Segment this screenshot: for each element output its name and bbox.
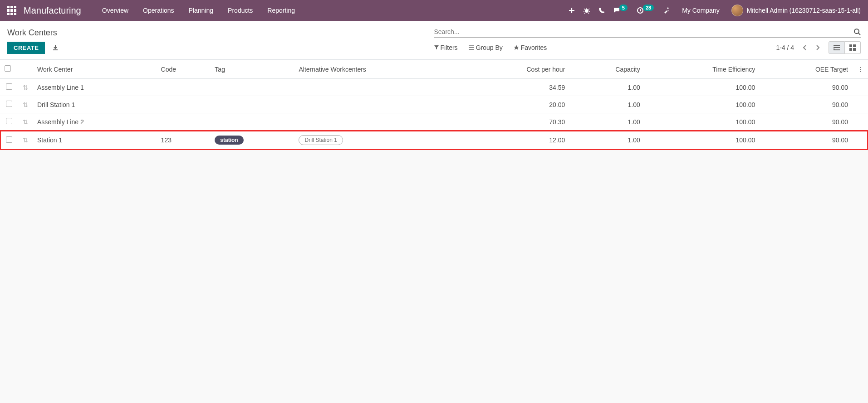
filters-button[interactable]: Filters [434,44,458,51]
cell-tag [210,96,294,113]
cell-oee: 90.00 [760,79,853,96]
nav-planning[interactable]: Planning [181,1,221,19]
drag-handle-icon[interactable]: ⇅ [23,101,28,108]
nav-systray: 5 28 My Company Mitchell Admin (16230712… [569,5,861,16]
cell-eff: 100.00 [645,113,760,131]
search-input[interactable] [434,28,854,35]
svg-point-3 [834,45,834,46]
cell-name: Assembly Line 1 [33,79,157,96]
svg-rect-8 [849,48,852,51]
cell-code [157,96,211,113]
cell-code: 123 [157,131,211,150]
cell-cost: 20.00 [464,96,569,113]
cell-alt [294,113,464,131]
bug-icon[interactable] [583,7,590,14]
cell-alt: Drill Station 1 [294,131,464,150]
messages-badge: 5 [619,5,628,11]
search-icon[interactable] [853,28,861,35]
tools-icon[interactable] [663,7,670,14]
cell-alt [294,96,464,113]
create-button[interactable]: CREATE [7,42,45,54]
breadcrumb: Work Centers [7,26,57,38]
row-checkbox[interactable] [6,136,12,143]
drag-handle-icon[interactable]: ⇅ [23,118,28,126]
col-tag[interactable]: Tag [210,60,294,79]
nav-operations[interactable]: Operations [136,1,181,19]
col-code[interactable]: Code [157,60,211,79]
col-options-icon[interactable]: ⋮ [853,60,868,79]
activities-icon[interactable]: 28 [637,7,655,14]
company-switcher[interactable]: My Company [678,7,723,14]
svg-rect-7 [853,44,856,47]
phone-icon[interactable] [598,7,605,14]
cell-code [157,113,211,131]
col-cost[interactable]: Cost per hour [464,60,569,79]
main-navbar: Manufacturing Overview Operations Planni… [0,0,868,21]
nav-overview[interactable]: Overview [95,1,136,19]
col-name[interactable]: Work Center [33,60,157,79]
svg-point-2 [854,29,859,34]
cell-cost: 34.59 [464,79,569,96]
nav-products[interactable]: Products [221,1,260,19]
col-capacity[interactable]: Capacity [569,60,644,79]
col-oee[interactable]: OEE Target [760,60,853,79]
row-checkbox[interactable] [6,118,12,124]
cell-oee: 90.00 [760,131,853,150]
apps-icon[interactable] [7,6,16,15]
svg-rect-9 [853,48,856,51]
groupby-button[interactable]: Group By [469,44,503,51]
col-eff[interactable]: Time Efficiency [645,60,760,79]
cell-capacity: 1.00 [569,131,644,150]
svg-point-5 [834,49,834,50]
drag-handle-icon[interactable]: ⇅ [23,84,28,91]
favorites-button[interactable]: Favorites [514,44,547,51]
select-all-checkbox[interactable] [5,65,11,72]
pager-prev[interactable] [799,43,810,52]
user-menu[interactable]: Mitchell Admin (16230712-saas-15-1-all) [731,5,861,16]
cell-oee: 90.00 [760,96,853,113]
svg-point-0 [585,9,588,13]
cell-oee: 90.00 [760,113,853,131]
cell-capacity: 1.00 [569,113,644,131]
nav-reporting[interactable]: Reporting [260,1,302,19]
avatar [731,5,743,16]
cell-eff: 100.00 [645,96,760,113]
cell-eff: 100.00 [645,79,760,96]
cell-tag: station [210,131,294,150]
cell-cost: 12.00 [464,131,569,150]
cell-tag [210,79,294,96]
view-list-button[interactable] [829,41,845,54]
col-alt[interactable]: Alternative Workcenters [294,60,464,79]
view-kanban-button[interactable] [845,41,861,54]
cell-capacity: 1.00 [569,96,644,113]
user-name: Mitchell Admin (16230712-saas-15-1-all) [747,7,861,14]
control-panel: Work Centers CREATE Filters Group [0,21,868,60]
pager-next[interactable] [812,43,823,52]
cell-capacity: 1.00 [569,79,644,96]
pager-counter[interactable]: 1-4 / 4 [776,44,794,51]
cell-name: Assembly Line 2 [33,113,157,131]
table-row[interactable]: ⇅Assembly Line 270.301.00100.0090.00 [0,113,868,131]
cell-tag [210,113,294,131]
row-checkbox[interactable] [6,83,12,90]
cell-code [157,79,211,96]
workcenter-table: Work Center Code Tag Alternative Workcen… [0,60,868,150]
svg-point-4 [834,47,834,48]
cell-name: Drill Station 1 [33,96,157,113]
plus-icon[interactable] [569,7,575,14]
cell-eff: 100.00 [645,131,760,150]
cell-name: Station 1 [33,131,157,150]
svg-rect-6 [849,44,852,47]
cell-cost: 70.30 [464,113,569,131]
drag-handle-icon[interactable]: ⇅ [23,136,28,144]
import-icon[interactable] [50,43,60,53]
messages-icon[interactable]: 5 [613,7,628,14]
table-row[interactable]: ⇅Drill Station 120.001.00100.0090.00 [0,96,868,113]
search-bar[interactable] [434,26,861,38]
nav-menu: Overview Operations Planning Products Re… [95,1,569,19]
table-row[interactable]: ⇅Station 1123stationDrill Station 112.00… [0,131,868,150]
app-brand[interactable]: Manufacturing [24,5,81,16]
activities-badge: 28 [643,5,654,11]
table-row[interactable]: ⇅Assembly Line 134.591.00100.0090.00 [0,79,868,96]
row-checkbox[interactable] [6,101,12,107]
